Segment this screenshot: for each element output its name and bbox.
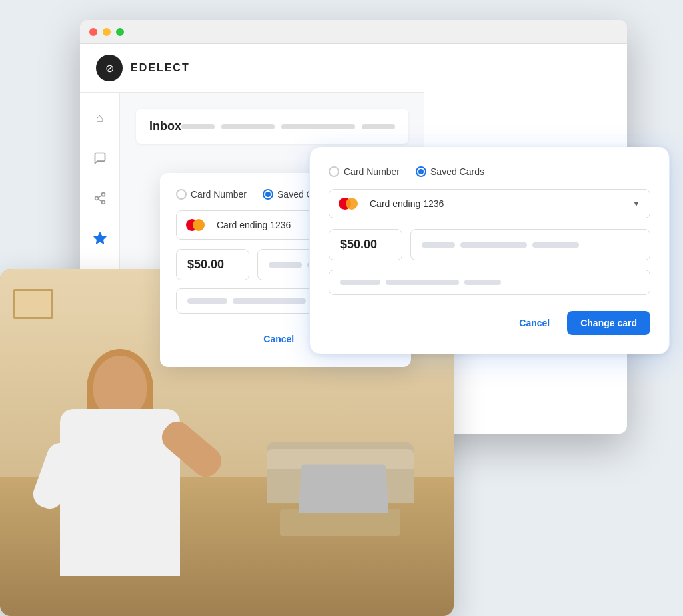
second-radio-saved-cards[interactable]: Saved Cards — [416, 166, 484, 177]
inbox-title: Inbox — [149, 119, 181, 133]
svg-point-1 — [95, 197, 98, 200]
coffee-table — [280, 509, 400, 536]
inbox-bar: Inbox — [136, 109, 408, 144]
second-radio-card-number-label: Card Number — [344, 166, 400, 177]
second-card-label: Card ending 1236 — [370, 198, 444, 209]
fpf-block-2 — [233, 298, 306, 304]
svg-point-2 — [101, 200, 105, 204]
title-bar — [80, 20, 627, 44]
s-fpf-1 — [340, 280, 380, 285]
logo-symbol: ⊘ — [105, 62, 114, 75]
cancel-button[interactable]: Cancel — [254, 327, 303, 351]
minimize-button[interactable] — [103, 28, 111, 36]
ph-line-4 — [362, 124, 395, 129]
s-fpf-2 — [386, 280, 459, 285]
card-label: Card ending 1236 — [217, 220, 291, 230]
s-fpf-3 — [464, 280, 501, 285]
radio-card-number-label: Card Number — [191, 189, 247, 200]
s-pf-1 — [422, 242, 455, 248]
second-dropdown-arrow-icon: ▼ — [632, 199, 640, 208]
mastercard-icon — [186, 218, 210, 232]
svg-point-0 — [101, 193, 105, 196]
card-info: Card ending 1236 — [186, 218, 291, 232]
second-amount-box: $50.00 — [329, 229, 402, 260]
sidebar-item-home[interactable]: ⌂ — [88, 106, 112, 130]
ph-line-1 — [181, 124, 215, 129]
second-dialog-buttons: Cancel Change card — [329, 311, 650, 335]
woman-figure — [53, 336, 187, 616]
s-pf-2 — [460, 242, 527, 248]
second-full-placeholder-field — [329, 270, 650, 295]
second-radio-circle-card-number — [329, 166, 339, 177]
app-name: EDELECT — [131, 62, 190, 74]
laptop — [299, 464, 388, 513]
second-radio-circle-saved-cards — [416, 166, 426, 177]
inbox-placeholder-lines — [181, 124, 395, 129]
svg-marker-5 — [94, 233, 105, 244]
radio-circle-saved-cards — [263, 189, 273, 200]
fpf-block-1 — [187, 298, 227, 304]
second-cancel-button[interactable]: Cancel — [510, 311, 559, 335]
wall-art — [13, 289, 53, 319]
amount-box: $50.00 — [176, 249, 249, 280]
second-mastercard-icon — [339, 196, 363, 211]
amount-value: $50.00 — [187, 258, 224, 271]
ph-line-3 — [281, 124, 355, 129]
second-amount-value: $50.00 — [340, 238, 377, 251]
second-card-info: Card ending 1236 — [339, 196, 444, 211]
mc-circle-orange — [193, 219, 205, 231]
maximize-button[interactable] — [116, 28, 124, 36]
radio-circle-card-number — [176, 189, 187, 200]
radio-card-number[interactable]: Card Number — [176, 189, 247, 200]
second-card-dropdown[interactable]: Card ending 1236 ▼ — [329, 189, 650, 218]
app-logo: ⊘ — [96, 55, 123, 81]
ph-line-2 — [221, 124, 275, 129]
svg-line-4 — [98, 195, 102, 197]
second-radio-card-number[interactable]: Card Number — [329, 166, 400, 177]
close-button[interactable] — [89, 28, 97, 36]
s-pf-3 — [532, 242, 579, 248]
sidebar-item-favorites[interactable] — [88, 226, 112, 250]
app-header: ⊘ EDELECT — [80, 44, 424, 93]
second-radio-saved-cards-label: Saved Cards — [430, 166, 484, 177]
second-change-card-button[interactable]: Change card — [567, 311, 650, 335]
second-fields-row: $50.00 — [329, 229, 650, 260]
second-radio-row: Card Number Saved Cards — [329, 166, 650, 177]
sidebar-item-connections[interactable] — [88, 186, 112, 210]
second-placeholder-field — [410, 229, 650, 260]
sidebar-item-messages[interactable] — [88, 146, 112, 170]
pf-block-1 — [269, 262, 302, 268]
svg-line-3 — [98, 199, 102, 201]
second-dialog-card: Card Number Saved Cards Card ending 1236… — [309, 147, 670, 354]
woman-head — [93, 356, 147, 416]
mc2-orange — [346, 198, 358, 210]
